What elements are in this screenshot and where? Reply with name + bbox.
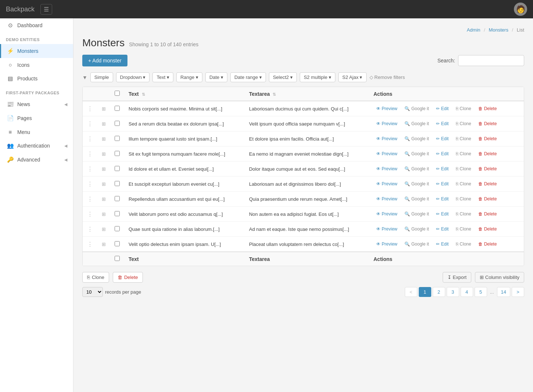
clone-button[interactable]: ⎘ Clone [453,150,474,157]
filter-text-button[interactable]: Text ▾ [152,72,173,82]
expand-cell[interactable]: ⊞ [97,177,110,192]
row-checkbox[interactable] [115,166,120,171]
filter-date-button[interactable]: Date ▾ [205,72,227,82]
row-checkbox[interactable] [115,106,120,111]
drag-handle[interactable]: ⋮ [83,131,97,146]
edit-button[interactable]: ✏ Edit [433,165,451,173]
bulk-delete-button[interactable]: 🗑 Delete [113,272,143,283]
clone-button[interactable]: ⎘ Clone [453,240,474,248]
filter-dropdown-button[interactable]: Dropdown ▾ [116,72,150,82]
edit-button[interactable]: ✏ Edit [433,195,451,203]
clone-button[interactable]: ⎘ Clone [453,135,474,142]
google-button[interactable]: 🔍 Google it [402,225,431,233]
row-checkbox[interactable] [115,151,120,156]
drag-handle[interactable]: ⋮ [83,222,97,237]
delete-button[interactable]: 🗑 Delete [476,135,499,142]
delete-button[interactable]: 🗑 Delete [476,120,499,127]
drag-handle[interactable]: ⋮ [83,177,97,192]
sidebar-item-authentication[interactable]: 👥 Authentication ◀ [0,139,73,153]
preview-button[interactable]: 👁 Preview [374,180,400,188]
edit-button[interactable]: ✏ Edit [433,150,451,157]
clone-button[interactable]: ⎘ Clone [453,165,474,173]
google-button[interactable]: 🔍 Google it [402,120,431,127]
sidebar-item-products[interactable]: ▤ Products [0,72,73,86]
expand-cell[interactable]: ⊞ [97,146,110,161]
google-button[interactable]: 🔍 Google it [402,150,431,157]
delete-button[interactable]: 🗑 Delete [476,150,499,157]
expand-cell[interactable]: ⊞ [97,222,110,237]
clone-button[interactable]: ⎘ Clone [453,210,474,218]
preview-button[interactable]: 👁 Preview [374,165,400,173]
sidebar-item-advanced[interactable]: 🔑 Advanced ◀ [0,153,73,167]
clone-button[interactable]: ⎘ Clone [453,120,474,127]
th-textarea[interactable]: Textarea ⇅ [245,87,369,101]
edit-button[interactable]: ✏ Edit [433,225,451,233]
filter-select2-button[interactable]: Select2 ▾ [269,72,297,82]
expand-cell[interactable]: ⊞ [97,131,110,146]
expand-cell[interactable]: ⊞ [97,207,110,222]
preview-button[interactable]: 👁 Preview [374,195,400,203]
sidebar-item-dashboard[interactable]: ⊙ Dashboard [0,18,73,32]
drag-handle[interactable]: ⋮ [83,101,97,116]
pag-last-page-button[interactable]: 14 [497,287,510,297]
delete-button[interactable]: 🗑 Delete [476,225,499,233]
preview-button[interactable]: 👁 Preview [374,210,400,218]
remove-filters-button[interactable]: ◇ Remove filters [370,75,405,80]
filter-date-range-button[interactable]: Date range ▾ [230,72,266,82]
filter-simple-button[interactable]: Simple [90,72,113,82]
expand-cell[interactable]: ⊞ [97,101,110,116]
drag-handle[interactable]: ⋮ [83,116,97,131]
filter-s2-multiple-button[interactable]: S2 multiple ▾ [300,72,335,82]
sidebar-item-monsters[interactable]: ⚡ Monsters [0,44,73,58]
drag-handle[interactable]: ⋮ [83,192,97,207]
pag-page-1-button[interactable]: 1 [419,287,431,297]
pag-page-4-button[interactable]: 4 [461,287,473,297]
preview-button[interactable]: 👁 Preview [374,135,400,142]
expand-cell[interactable]: ⊞ [97,192,110,207]
expand-cell[interactable]: ⊞ [97,116,110,131]
delete-button[interactable]: 🗑 Delete [476,105,499,112]
google-button[interactable]: 🔍 Google it [402,240,431,248]
sidebar-item-icons[interactable]: ○ Icons [0,58,73,72]
row-checkbox[interactable] [115,121,120,126]
drag-handle[interactable]: ⋮ [83,237,97,252]
clone-button[interactable]: ⎘ Clone [453,195,474,203]
sidebar-item-news[interactable]: 📰 News ◀ [0,97,73,111]
preview-button[interactable]: 👁 Preview [374,240,400,248]
edit-button[interactable]: ✏ Edit [433,105,451,112]
export-button[interactable]: ↧ Export [443,272,471,283]
row-checkbox[interactable] [115,226,120,231]
edit-button[interactable]: ✏ Edit [433,240,451,248]
sidebar-item-menu[interactable]: ≡ Menu [0,125,73,139]
avatar[interactable]: 🧑 [514,3,527,16]
google-button[interactable]: 🔍 Google it [402,105,431,112]
edit-button[interactable]: ✏ Edit [433,135,451,142]
clone-button[interactable]: ⎘ Clone [453,105,474,112]
edit-button[interactable]: ✏ Edit [433,180,451,188]
expand-cell[interactable]: ⊞ [97,237,110,252]
per-page-select[interactable]: 10 25 50 100 [82,287,103,297]
delete-button[interactable]: 🗑 Delete [476,195,499,203]
drag-handle[interactable]: ⋮ [83,146,97,161]
filter-range-button[interactable]: Range ▾ [176,72,202,82]
search-input[interactable] [458,55,524,66]
breadcrumb-monsters[interactable]: Monsters [489,27,508,33]
row-checkbox[interactable] [115,196,120,201]
select-all-checkbox[interactable] [115,91,120,96]
row-checkbox[interactable] [115,211,120,216]
preview-button[interactable]: 👁 Preview [374,150,400,157]
filter-s2-ajax-button[interactable]: S2 Ajax ▾ [338,72,367,82]
expand-cell[interactable]: ⊞ [97,161,110,177]
delete-button[interactable]: 🗑 Delete [476,240,499,248]
google-button[interactable]: 🔍 Google it [402,210,431,218]
row-checkbox[interactable] [115,241,120,246]
delete-button[interactable]: 🗑 Delete [476,210,499,218]
pag-page-3-button[interactable]: 3 [447,287,459,297]
drag-handle[interactable]: ⋮ [83,161,97,177]
edit-button[interactable]: ✏ Edit [433,210,451,218]
drag-handle[interactable]: ⋮ [83,207,97,222]
bulk-clone-button[interactable]: ⎘ Clone [82,272,109,283]
sidebar-toggle-button[interactable]: ☰ [40,4,52,15]
clone-button[interactable]: ⎘ Clone [453,180,474,188]
pag-prev-button[interactable]: < [405,287,417,297]
